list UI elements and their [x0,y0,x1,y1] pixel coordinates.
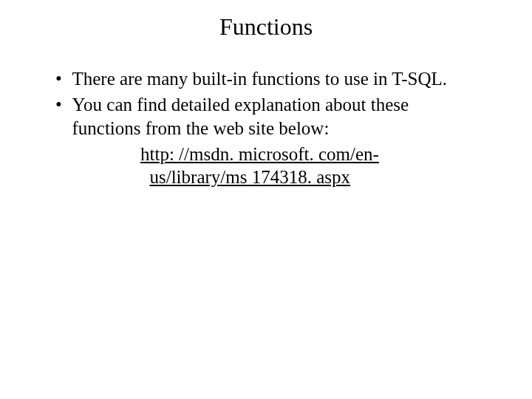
bullet-text: You can find detailed explanation about … [72,93,479,140]
page-title: Functions [0,13,532,41]
bullet-item: •You can find detailed explanation about… [52,93,480,140]
slide: Functions •There are many built-in funct… [0,13,532,399]
link-line-2: us/library/ms 174318. aspx [150,167,351,187]
bullet-item: •There are many built-in functions to us… [52,67,480,90]
bullet-text: There are many built-in functions to use… [72,67,479,90]
bullet-icon: • [52,93,72,116]
link-block: http: //msdn. microsoft. com/en-us/libra… [52,143,480,189]
link-line-1: http: //msdn. microsoft. com/en- [140,144,379,164]
reference-link[interactable]: http: //msdn. microsoft. com/en-us/libra… [140,144,379,187]
bullet-icon: • [52,67,72,90]
slide-body: •There are many built-in functions to us… [0,67,532,188]
